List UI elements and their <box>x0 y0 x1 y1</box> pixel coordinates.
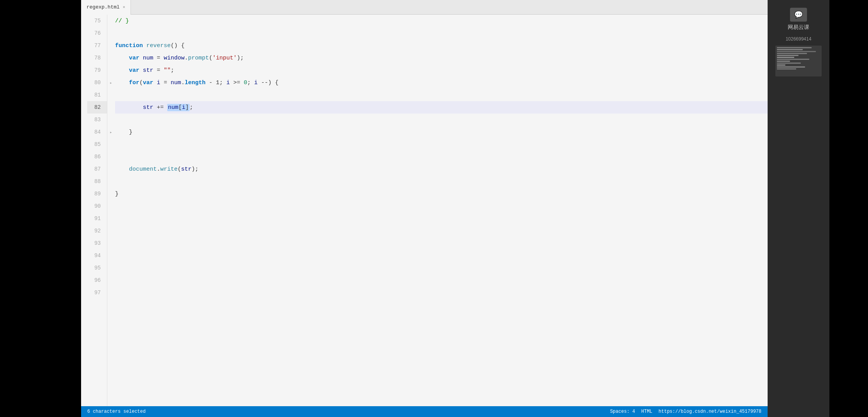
minimap-line <box>777 49 803 50</box>
prompt-fn: prompt <box>188 55 209 61</box>
code-line-96 <box>115 274 768 286</box>
minimap-line <box>777 53 807 54</box>
line-num-95: 95 <box>89 262 101 274</box>
line-num-84: 84 <box>89 126 101 138</box>
status-left: 6 characters selected <box>87 409 146 414</box>
line-num-75: 75 <box>89 15 101 27</box>
code-line-92 <box>115 225 768 237</box>
line-num-91: 91 <box>89 212 101 225</box>
code-line-85 <box>115 138 768 151</box>
code-line-83 <box>115 114 768 126</box>
line-num-96: 96 <box>89 274 101 286</box>
write-fn: write <box>160 166 178 173</box>
chat-icon[interactable]: 💬 <box>790 8 807 22</box>
highlight-num-i: num[i] <box>167 104 190 111</box>
chat-icon-box: 💬 网易云课 1026699414 <box>786 8 812 42</box>
num-ref-80: num <box>171 80 181 86</box>
code-line-81 <box>115 89 768 101</box>
keyword-var-80: var <box>143 80 153 86</box>
line-num-79: 79 <box>89 64 101 76</box>
keyword-var-79: var <box>129 67 139 74</box>
spaces-info: Spaces: 4 <box>610 409 635 414</box>
minimap-line <box>777 64 785 66</box>
left-black-bar <box>0 0 81 417</box>
comment-75: // } <box>115 18 129 24</box>
fold-icon-84[interactable]: ▸ <box>110 130 112 135</box>
i-ref-inc: i <box>254 80 258 86</box>
line-num-77: 77 <box>89 39 101 52</box>
screen: regexp.html × 75 76 77 78 79 80 81 82 83… <box>0 0 868 417</box>
file-tab[interactable]: regexp.html × <box>81 0 131 15</box>
code-line-76 <box>115 27 768 39</box>
line-num-94: 94 <box>89 249 101 262</box>
str-input: 'input' <box>212 55 237 61</box>
editor-container: regexp.html × 75 76 77 78 79 80 81 82 83… <box>81 0 768 417</box>
code-area[interactable]: // } function reverse () { var num <box>107 15 768 406</box>
code-line-79: var str = "" ; <box>115 64 768 76</box>
tab-close-button[interactable]: × <box>123 5 125 10</box>
chat-icon-glyph: 💬 <box>794 10 803 19</box>
var-num: num <box>143 55 153 61</box>
num-zero: 0 <box>244 80 247 86</box>
line-num-88: 88 <box>89 175 101 188</box>
line-numbers: 75 76 77 78 79 80 81 82 83 84 85 86 87 8… <box>81 15 107 406</box>
code-line-93 <box>115 237 768 249</box>
keyword-function: function <box>115 42 143 49</box>
code-line-80: ▸ for ( var i = num . length - 1; i >= 0 <box>115 76 768 89</box>
line-num-78: 78 <box>89 52 101 64</box>
line-num-81: 81 <box>89 89 101 101</box>
document-ref: document <box>129 166 157 173</box>
str-empty: "" <box>164 67 171 74</box>
code-line-97 <box>115 286 768 299</box>
file-type: HTML <box>641 409 653 414</box>
minimap-line <box>777 51 816 52</box>
minimap-line <box>777 66 805 68</box>
brand-label: 网易云课 <box>788 24 809 31</box>
fold-icon-80[interactable]: ▸ <box>110 80 112 85</box>
line-num-93: 93 <box>89 237 101 249</box>
code-line-82: str += num[i] ; <box>115 101 768 114</box>
line-num-83: 83 <box>89 114 101 126</box>
minimap-line <box>777 59 809 60</box>
code-line-75: // } <box>115 15 768 27</box>
length-prop: length <box>185 80 205 86</box>
close-brace-for: } <box>129 129 132 136</box>
code-line-95 <box>115 262 768 274</box>
code-line-77: function reverse () { <box>115 39 768 52</box>
keyword-var-78: var <box>129 55 139 61</box>
line-num-76: 76 <box>89 27 101 39</box>
str-ref-87: str <box>181 166 192 173</box>
minimap-line <box>777 55 798 56</box>
line-num-85: 85 <box>89 138 101 151</box>
code-line-88 <box>115 175 768 188</box>
line-num-89: 89 <box>89 188 101 200</box>
line-num-92: 92 <box>89 225 101 237</box>
code-line-90 <box>115 200 768 212</box>
code-line-91 <box>115 212 768 225</box>
minimap-line <box>777 68 796 70</box>
line-num-87: 87 <box>89 163 101 175</box>
editor-body: 75 76 77 78 79 80 81 82 83 84 85 86 87 8… <box>81 15 768 406</box>
var-str: str <box>143 67 153 74</box>
line-num-80: 80 <box>89 76 101 89</box>
str-ref-82: str <box>143 104 153 111</box>
line-num-82: 82 <box>87 101 107 114</box>
selection-info: 6 characters selected <box>87 409 146 414</box>
status-right: Spaces: 4 HTML https://blog.csdn.net/wei… <box>610 409 761 414</box>
code-line-87: document . write ( str ); <box>115 163 768 175</box>
code-line-94 <box>115 249 768 262</box>
minimap <box>775 46 822 76</box>
function-name-reverse: reverse <box>146 42 171 49</box>
code-line-78: var num = window . prompt ( 'input' ); <box>115 52 768 64</box>
line-num-97: 97 <box>89 286 101 299</box>
right-black-bar <box>829 0 868 417</box>
keyword-for: for <box>129 80 139 86</box>
right-panel: 💬 网易云课 1026699414 <box>768 0 829 417</box>
minimap-line <box>777 61 790 62</box>
minimap-line <box>777 63 801 64</box>
status-bar: 6 characters selected Spaces: 4 HTML htt… <box>81 406 768 417</box>
minimap-line <box>777 57 794 58</box>
var-i: i <box>157 80 160 86</box>
code-line-89: } <box>115 188 768 200</box>
url-info: https://blog.csdn.net/weixin_45179978 <box>659 409 761 414</box>
